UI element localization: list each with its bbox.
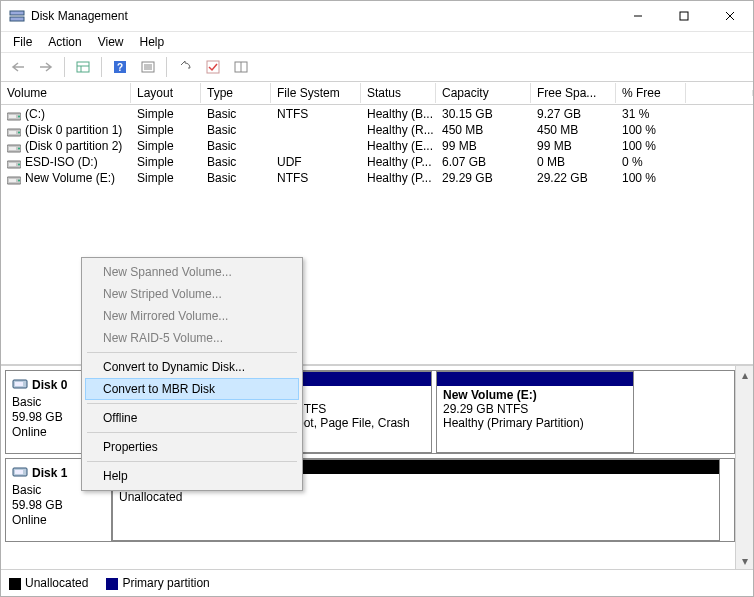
maximize-button[interactable] [661, 1, 707, 31]
menu-item: New Striped Volume... [85, 283, 299, 305]
toolbar-separator [101, 57, 102, 77]
volume-fs: UDF [271, 155, 361, 169]
app-icon [9, 8, 25, 24]
volume-status: Healthy (E... [361, 139, 436, 153]
list-button[interactable] [228, 54, 254, 80]
svg-rect-0 [10, 11, 24, 15]
menu-help[interactable]: Help [134, 33, 171, 51]
volume-capacity: 30.15 GB [436, 107, 531, 121]
volume-pct: 100 % [616, 139, 686, 153]
volume-layout: Simple [131, 123, 201, 137]
minimize-button[interactable] [615, 1, 661, 31]
volume-name: ESD-ISO (D:) [1, 155, 131, 169]
volume-name: New Volume (E:) [1, 171, 131, 185]
volume-type: Basic [201, 139, 271, 153]
titlebar: Disk Management [1, 1, 753, 32]
col-pct[interactable]: % Free [616, 83, 686, 103]
layout-button[interactable] [70, 54, 96, 80]
menu-item: New Mirrored Volume... [85, 305, 299, 327]
window-controls [615, 1, 753, 31]
volume-layout: Simple [131, 171, 201, 185]
refresh-button[interactable] [172, 54, 198, 80]
toolbar-separator [166, 57, 167, 77]
volume-free: 0 MB [531, 155, 616, 169]
close-button[interactable] [707, 1, 753, 31]
svg-point-26 [18, 147, 20, 149]
svg-rect-19 [9, 115, 16, 118]
volume-row[interactable]: (C:)SimpleBasicNTFSHealthy (B...30.15 GB… [1, 106, 753, 122]
svg-point-20 [18, 115, 20, 117]
volume-type: Basic [201, 155, 271, 169]
menu-item[interactable]: Offline [85, 407, 299, 429]
menu-item[interactable]: Convert to Dynamic Disk... [85, 356, 299, 378]
volume-layout: Simple [131, 107, 201, 121]
properties-button[interactable] [135, 54, 161, 80]
drive-icon [7, 142, 21, 152]
scroll-down-icon[interactable]: ▾ [736, 552, 753, 569]
partition-text: New Volume (E:)29.29 GB NTFSHealthy (Pri… [437, 386, 633, 432]
drive-icon [7, 158, 21, 168]
svg-rect-6 [77, 62, 89, 72]
volume-row[interactable]: New Volume (E:)SimpleBasicNTFSHealthy (P… [1, 170, 753, 186]
legend: Unallocated Primary partition [1, 569, 753, 596]
volume-pct: 31 % [616, 107, 686, 121]
menu-action[interactable]: Action [42, 33, 87, 51]
svg-rect-3 [680, 12, 688, 20]
menu-file[interactable]: File [7, 33, 38, 51]
back-button[interactable] [5, 54, 31, 80]
menu-item[interactable]: Convert to MBR Disk [85, 378, 299, 400]
svg-rect-15 [207, 61, 219, 73]
partition[interactable]: New Volume (E:)29.29 GB NTFSHealthy (Pri… [436, 371, 634, 453]
context-menu[interactable]: New Spanned Volume...New Striped Volume.… [81, 257, 303, 491]
toolbar-separator [64, 57, 65, 77]
volume-name: (C:) [1, 107, 131, 121]
col-fs[interactable]: File System [271, 83, 361, 103]
window-title: Disk Management [31, 9, 128, 23]
volume-row[interactable]: ESD-ISO (D:)SimpleBasicUDFHealthy (P...6… [1, 154, 753, 170]
partition-volume: New Volume (E:) [443, 388, 627, 402]
volume-fs: NTFS [271, 171, 361, 185]
scroll-up-icon[interactable]: ▴ [736, 366, 753, 383]
menubar: File Action View Help [1, 32, 753, 52]
svg-rect-22 [9, 131, 16, 134]
volume-free: 99 MB [531, 139, 616, 153]
volume-row[interactable]: (Disk 0 partition 2)SimpleBasicHealthy (… [1, 138, 753, 154]
col-free[interactable]: Free Spa... [531, 83, 616, 103]
volume-free: 9.27 GB [531, 107, 616, 121]
col-volume[interactable]: Volume [1, 83, 131, 103]
svg-rect-1 [10, 17, 24, 21]
volume-status: Healthy (R... [361, 123, 436, 137]
svg-rect-31 [9, 179, 16, 182]
svg-point-32 [18, 179, 20, 181]
help-button[interactable]: ? [107, 54, 133, 80]
menu-item: New Spanned Volume... [85, 261, 299, 283]
partition-health: Unallocated [119, 490, 713, 504]
partition-detail: 29.29 GB NTFS [443, 402, 627, 416]
col-layout[interactable]: Layout [131, 83, 201, 103]
col-type[interactable]: Type [201, 83, 271, 103]
menu-item[interactable]: Help [85, 465, 299, 487]
menu-view[interactable]: View [92, 33, 130, 51]
menu-item: New RAID-5 Volume... [85, 327, 299, 349]
menu-separator [87, 432, 297, 433]
disk-management-window: Disk Management File Action View Help ? … [0, 0, 754, 597]
drive-icon [7, 174, 21, 184]
check-button[interactable] [200, 54, 226, 80]
disk-icon [12, 375, 28, 394]
svg-rect-28 [9, 163, 16, 166]
menu-item[interactable]: Properties [85, 436, 299, 458]
disk-scrollbar[interactable]: ▴ ▾ [735, 366, 753, 569]
forward-button[interactable] [33, 54, 59, 80]
menu-separator [87, 461, 297, 462]
partition-health: Healthy (Primary Partition) [443, 416, 627, 430]
col-capacity[interactable]: Capacity [436, 83, 531, 103]
volume-capacity: 450 MB [436, 123, 531, 137]
menu-separator [87, 352, 297, 353]
svg-text:?: ? [117, 62, 123, 73]
volume-status: Healthy (P... [361, 171, 436, 185]
col-status[interactable]: Status [361, 83, 436, 103]
volume-row[interactable]: (Disk 0 partition 1)SimpleBasicHealthy (… [1, 122, 753, 138]
volume-capacity: 99 MB [436, 139, 531, 153]
drive-icon [7, 110, 21, 120]
col-spare[interactable] [686, 90, 753, 96]
